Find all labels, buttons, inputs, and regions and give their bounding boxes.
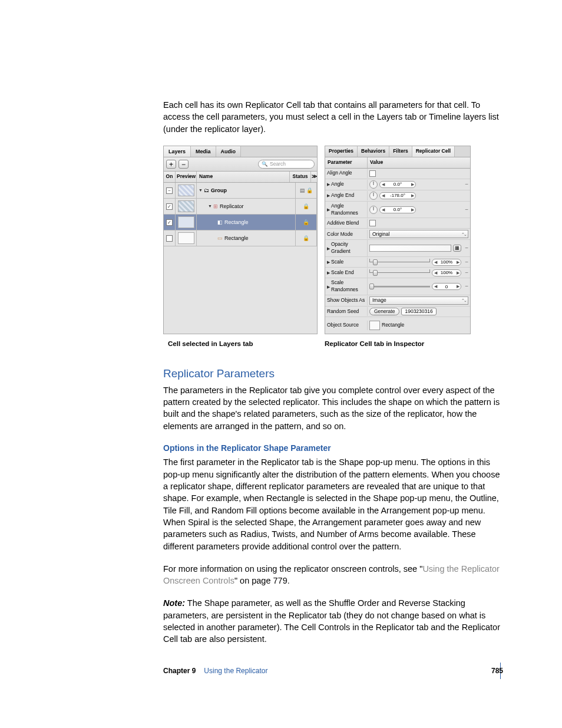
- disclosure-icon[interactable]: ▶: [327, 270, 330, 275]
- angle-rand-dial[interactable]: [369, 206, 378, 214]
- lock-icon[interactable]: 🔒: [303, 235, 309, 242]
- checkbox-group[interactable]: −: [166, 187, 173, 194]
- disclosure-icon[interactable]: ▶: [327, 284, 330, 289]
- layer-name: Replicator: [220, 203, 244, 210]
- replicator-icon: ⊞: [213, 203, 218, 210]
- layer-row-group[interactable]: − ▼ 🗂 Group ▤ 🔒: [164, 183, 317, 199]
- param-object-source: Object Source: [327, 322, 359, 329]
- checkbox-rect-src[interactable]: [166, 235, 173, 242]
- preview-thumb: [178, 232, 194, 244]
- additive-blend-checkbox[interactable]: [369, 220, 376, 226]
- layer-row-rectangle-cell[interactable]: ✓ ◧ Rectangle 🔒: [164, 215, 317, 230]
- section-para2: The first parameter in the Replicator ta…: [163, 456, 503, 552]
- subsection-title: Options in the Replicator Shape Paramete…: [163, 443, 503, 454]
- intro-para: Each cell has its own Replicator Cell ta…: [163, 99, 503, 135]
- preview-thumb: [178, 200, 194, 212]
- figures-container: Layers Media Audio + − 🔍 Search On Previ…: [163, 146, 503, 334]
- checkbox-replicator[interactable]: ✓: [166, 203, 173, 210]
- align-angle-checkbox[interactable]: [369, 170, 376, 177]
- param-show-objects: Show Objects As: [327, 297, 365, 304]
- param-angle-end: Angle End: [331, 192, 354, 199]
- param-opacity-grad: Opacity Gradient: [331, 241, 365, 255]
- lock-icon[interactable]: 🔒: [303, 203, 309, 210]
- param-angle-rand: Angle Randomnes: [331, 203, 365, 217]
- tab-replicator-cell[interactable]: Replicator Cell: [412, 146, 455, 157]
- chapter-title: Using the Replicator: [204, 666, 267, 676]
- layer-row-rectangle-source[interactable]: ▭ Rectangle 🔒: [164, 230, 317, 246]
- tab-audio[interactable]: Audio: [216, 146, 242, 157]
- generate-button[interactable]: Generate: [369, 308, 399, 315]
- remove-layer-button[interactable]: −: [178, 160, 189, 169]
- search-icon: 🔍: [262, 161, 268, 168]
- opacity-gradient-bar[interactable]: [369, 245, 451, 252]
- col-on: On: [164, 172, 176, 182]
- scale-slider[interactable]: [369, 259, 430, 266]
- param-align-angle: Align Angle: [327, 170, 352, 177]
- col-status: Status: [290, 172, 311, 182]
- preview-thumb: [178, 185, 194, 196]
- scale-rand-value[interactable]: ◀0▶: [432, 283, 461, 290]
- note-para: Note: The Shape parameter, as well as th…: [163, 597, 503, 645]
- tab-behaviors[interactable]: Behaviors: [358, 146, 389, 157]
- tab-media[interactable]: Media: [191, 146, 216, 157]
- param-angle: Angle: [331, 181, 344, 188]
- angle-rand-value[interactable]: ◀0.0°▶: [379, 206, 416, 213]
- add-layer-button[interactable]: +: [166, 160, 176, 169]
- angle-end-value[interactable]: ◀-178.0°▶: [379, 192, 416, 199]
- gradient-edit-icon[interactable]: ▦: [453, 245, 461, 252]
- col-name: Name: [197, 172, 290, 182]
- tab-filters[interactable]: Filters: [389, 146, 412, 157]
- scale-value[interactable]: ◀100%▶: [432, 259, 461, 266]
- layer-name: Rectangle: [224, 235, 249, 242]
- col-preview: Preview: [176, 172, 197, 182]
- disclosure-icon[interactable]: ▶: [327, 259, 330, 265]
- disclosure-icon[interactable]: ▼: [199, 187, 203, 193]
- section-para1: The parameters in the Replicator tab giv…: [163, 384, 503, 432]
- folder-icon: 🗂: [204, 187, 209, 195]
- search-input[interactable]: 🔍 Search: [258, 160, 315, 169]
- disclosure-icon[interactable]: ▶: [327, 207, 330, 212]
- section-title: Replicator Parameters: [163, 366, 503, 382]
- disclosure-icon[interactable]: ▶: [327, 182, 330, 187]
- section-para3: For more information on using the replic…: [163, 563, 503, 587]
- lock-icon[interactable]: 🔒: [303, 219, 309, 226]
- param-scale-end: Scale End: [331, 269, 354, 276]
- page-number: 785: [491, 666, 503, 676]
- angle-value[interactable]: ◀0.0°▶: [379, 181, 416, 188]
- search-placeholder: Search: [270, 161, 286, 168]
- disclosure-icon[interactable]: ▶: [327, 246, 330, 251]
- color-mode-popup[interactable]: Original: [369, 230, 468, 238]
- show-objects-popup[interactable]: Image: [369, 297, 468, 305]
- layer-name: Group: [211, 187, 227, 195]
- random-seed-value[interactable]: 1903230316: [401, 308, 436, 315]
- scale-end-value[interactable]: ◀100%▶: [432, 269, 461, 276]
- tab-properties[interactable]: Properties: [325, 146, 358, 157]
- layer-row-replicator[interactable]: ✓ ▼ ⊞ Replicator 🔒: [164, 199, 317, 215]
- scale-rand-slider[interactable]: [369, 283, 430, 290]
- layer-name: Rectangle: [224, 219, 249, 226]
- checkbox-rect[interactable]: ✓: [166, 219, 173, 226]
- stack-icon[interactable]: ▤: [300, 187, 305, 195]
- disclosure-icon[interactable]: ▶: [327, 193, 330, 198]
- tab-layers[interactable]: Layers: [164, 146, 191, 157]
- param-scale: Scale: [331, 259, 343, 266]
- cell-icon: ◧: [217, 219, 223, 226]
- object-source-well[interactable]: [369, 321, 380, 330]
- caption-inspector: Replicator Cell tab in Inspector: [325, 339, 471, 348]
- preview-thumb: [178, 216, 194, 228]
- caption-layers: Cell selected in Layers tab: [163, 339, 318, 348]
- angle-end-dial[interactable]: [369, 192, 378, 200]
- page-footer: Chapter 9 Using the Replicator 785: [163, 666, 503, 676]
- scale-end-slider[interactable]: [369, 269, 430, 276]
- header-value: Value: [368, 157, 470, 168]
- shape-icon: ▭: [217, 235, 223, 242]
- param-random-seed: Random Seed: [327, 308, 359, 315]
- angle-dial[interactable]: [369, 180, 378, 189]
- col-menu-icon[interactable]: ≫: [311, 172, 317, 182]
- param-color-mode: Color Mode: [327, 231, 353, 238]
- lock-icon[interactable]: 🔒: [306, 187, 313, 195]
- disclosure-icon[interactable]: ▼: [208, 203, 212, 209]
- param-additive-blend: Additive Blend: [327, 220, 359, 227]
- layers-panel: Layers Media Audio + − 🔍 Search On Previ…: [163, 146, 318, 334]
- param-scale-rand: Scale Randomnes: [331, 279, 365, 294]
